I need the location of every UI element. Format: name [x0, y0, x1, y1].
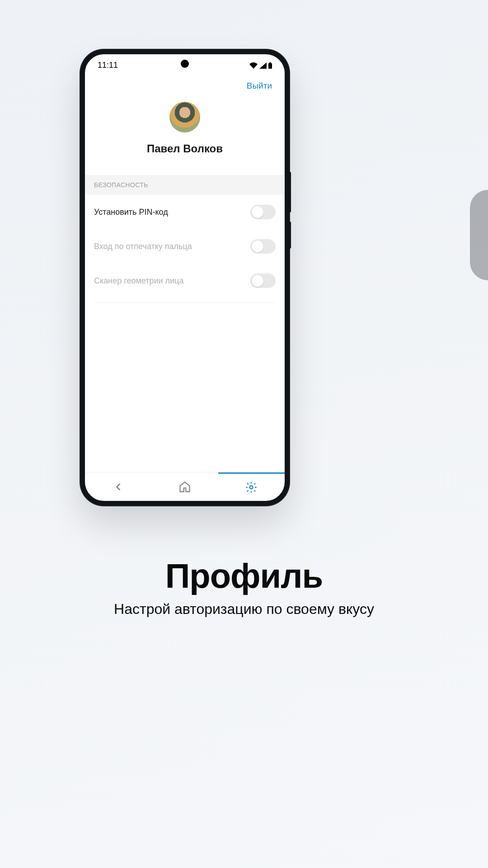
profile-name: Павел Волков [147, 142, 223, 155]
setting-label: Установить PIN-код [94, 208, 168, 217]
status-time: 11:11 [98, 61, 118, 70]
wifi-icon [249, 62, 258, 69]
app-screen: 11:11 Выйти Павел Волков БЕЗОПАСНОСТЬ Ус… [85, 54, 285, 501]
app-header: Выйти [85, 73, 285, 93]
chevron-left-icon [112, 481, 125, 493]
signal-icon [259, 62, 267, 69]
setting-face[interactable]: Сканер геометрии лица [85, 264, 285, 298]
avatar[interactable] [169, 102, 200, 132]
setting-pin[interactable]: Установить PIN-код [85, 195, 285, 229]
gear-icon [245, 481, 258, 494]
phone-button [288, 172, 291, 212]
bottom-nav [85, 472, 285, 501]
svg-rect-0 [268, 63, 272, 69]
phone-button [288, 222, 291, 249]
svg-rect-1 [269, 62, 271, 63]
status-bar: 11:11 [85, 54, 285, 73]
tab-home[interactable] [151, 472, 218, 501]
phone-mockup: 11:11 Выйти Павел Волков БЕЗОПАСНОСТЬ Ус… [80, 50, 289, 505]
section-header-security: БЕЗОПАСНОСТЬ [85, 175, 285, 195]
svg-point-2 [250, 486, 253, 489]
profile-section: Павел Волков [85, 93, 285, 175]
setting-label: Сканер геометрии лица [94, 276, 183, 286]
tab-back[interactable] [85, 472, 151, 501]
status-icons [249, 62, 272, 69]
marketing-text: Профиль Настрой авторизацию по своему вк… [0, 556, 488, 618]
marketing-subtitle: Настрой авторизацию по своему вкусу [0, 601, 488, 618]
logout-button[interactable]: Выйти [247, 81, 272, 90]
home-icon [178, 481, 191, 493]
marketing-title: Профиль [0, 556, 488, 595]
battery-icon [268, 62, 272, 69]
tab-settings[interactable] [218, 472, 285, 501]
toggle-fingerprint[interactable] [250, 239, 276, 254]
toggle-face[interactable] [250, 274, 276, 288]
toggle-pin[interactable] [250, 205, 276, 219]
second-phone-edge [470, 190, 488, 280]
setting-fingerprint[interactable]: Вход по отпечатку пальца [85, 229, 285, 264]
setting-label: Вход по отпечатку пальца [94, 242, 192, 251]
